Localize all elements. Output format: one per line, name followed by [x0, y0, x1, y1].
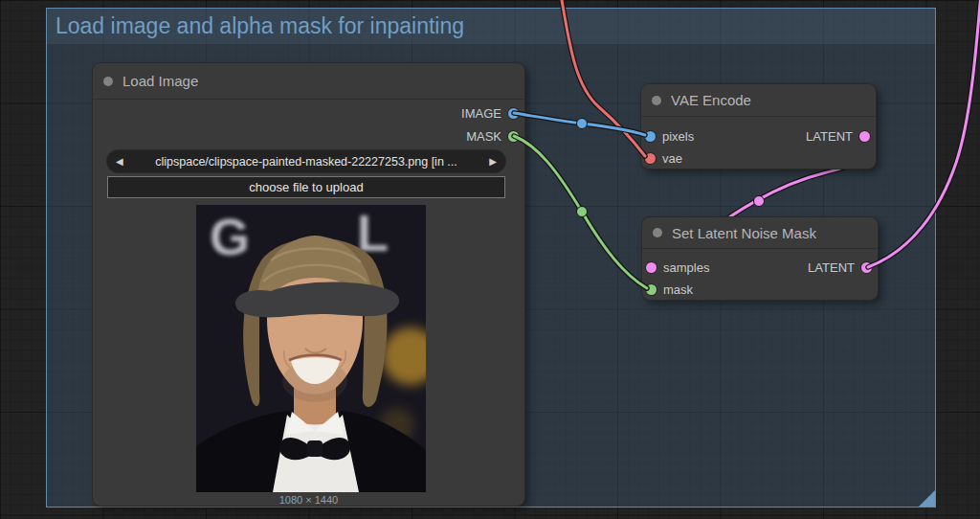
node-graph-canvas[interactable]: Load image and alpha mask for inpainting: [0, 0, 980, 519]
output-image: IMAGE: [461, 106, 519, 120]
output-label: LATENT: [808, 260, 855, 275]
output-label: MASK: [466, 129, 501, 144]
node-load-image[interactable]: Load Image IMAGE MASK ◀ clipspace/clipsp…: [93, 63, 524, 506]
node-vae-encode[interactable]: VAE Encode pixels vae LATENT: [641, 84, 876, 169]
pixels-input-dot[interactable]: [645, 131, 656, 142]
combo-value: clipspace/clipspace-painted-masked-22227…: [155, 155, 457, 169]
node-title: Set Latent Noise Mask: [672, 225, 816, 241]
node-set-latent-noise-mask[interactable]: Set Latent Noise Mask samples mask LATEN…: [642, 217, 878, 300]
output-latent: LATENT: [808, 260, 872, 274]
output-label: LATENT: [806, 129, 853, 144]
node-collapse-dot[interactable]: [103, 77, 113, 86]
mask-input-dot[interactable]: [646, 284, 657, 295]
svg-text:G: G: [210, 208, 250, 265]
input-label: samples: [663, 260, 709, 275]
input-samples: samples: [646, 260, 709, 274]
node-collapse-dot[interactable]: [652, 96, 661, 105]
image-combo-widget[interactable]: ◀ clipspace/clipspace-painted-masked-222…: [107, 150, 505, 172]
output-label: IMAGE: [461, 106, 501, 121]
image-preview[interactable]: G L: [196, 205, 426, 492]
group-title: Load image and alpha mask for inpainting: [56, 13, 464, 39]
node-header[interactable]: VAE Encode: [641, 84, 876, 117]
node-collapse-dot[interactable]: [653, 228, 662, 237]
input-label: vae: [662, 151, 682, 166]
input-vae: vae: [645, 151, 682, 165]
latent-output-dot[interactable]: [859, 131, 870, 142]
latent-output-dot[interactable]: [861, 262, 872, 273]
combo-prev-icon[interactable]: ◀: [116, 157, 123, 167]
input-mask: mask: [646, 282, 693, 296]
image-size-label: 1080 × 1440: [93, 494, 524, 506]
vae-input-dot[interactable]: [645, 153, 656, 164]
choose-file-button[interactable]: choose file to upload: [107, 176, 505, 198]
node-title: VAE Encode: [671, 92, 751, 108]
combo-next-icon[interactable]: ▶: [489, 157, 497, 167]
mask-output-dot[interactable]: [508, 131, 519, 142]
group-resize-handle[interactable]: [919, 490, 935, 507]
preview-portrait-graphic: G L: [196, 205, 426, 492]
samples-input-dot[interactable]: [646, 262, 657, 273]
group-titlebar[interactable]: Load image and alpha mask for inpainting: [47, 9, 935, 44]
output-latent: LATENT: [806, 129, 870, 143]
input-pixels: pixels: [645, 129, 694, 143]
input-label: mask: [663, 282, 693, 297]
node-header[interactable]: Load Image: [93, 63, 524, 100]
output-mask: MASK: [466, 129, 519, 143]
node-header[interactable]: Set Latent Noise Mask: [642, 217, 878, 249]
input-label: pixels: [662, 129, 694, 144]
image-output-dot[interactable]: [508, 108, 519, 119]
node-title: Load Image: [122, 73, 198, 89]
